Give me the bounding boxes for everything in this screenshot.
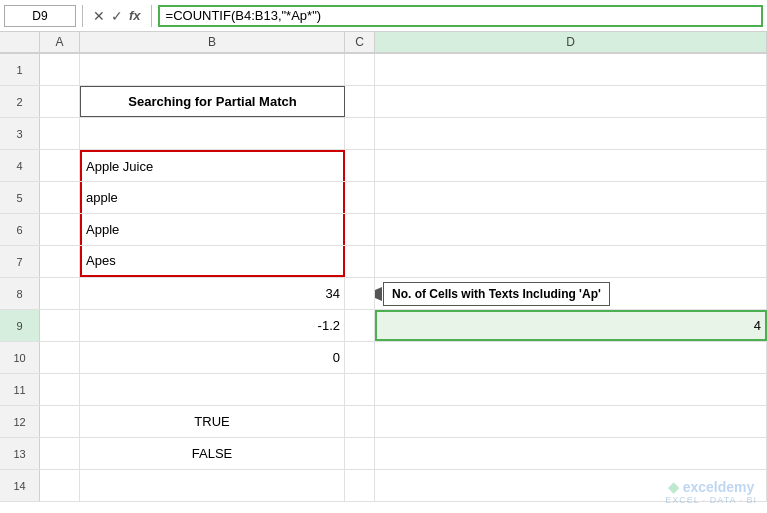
cell-c12[interactable] bbox=[345, 406, 375, 437]
cell-reference-box[interactable]: D9 bbox=[4, 5, 76, 27]
cancel-icon[interactable]: ✕ bbox=[93, 8, 105, 24]
cell-a6[interactable] bbox=[40, 214, 80, 245]
row-num-11: 11 bbox=[0, 374, 40, 405]
cell-c13[interactable] bbox=[345, 438, 375, 469]
table-row: 12 TRUE bbox=[0, 406, 767, 438]
watermark-logo: ◆ exceldemy bbox=[665, 479, 757, 495]
callout-arrow bbox=[375, 287, 382, 301]
cell-d9-selected[interactable]: 4 bbox=[375, 310, 767, 341]
cell-a11[interactable] bbox=[40, 374, 80, 405]
cell-b4[interactable]: Apple Juice bbox=[80, 150, 345, 181]
cell-b10[interactable]: 0 bbox=[80, 342, 345, 373]
cell-a12[interactable] bbox=[40, 406, 80, 437]
cell-b5-value: apple bbox=[86, 190, 118, 205]
cell-d6[interactable] bbox=[375, 214, 767, 245]
confirm-icon[interactable]: ✓ bbox=[111, 8, 123, 24]
cell-d13[interactable] bbox=[375, 438, 767, 469]
title-text: Searching for Partial Match bbox=[128, 94, 296, 109]
fx-icon[interactable]: fx bbox=[129, 8, 141, 23]
table-row: 7 Apes bbox=[0, 246, 767, 278]
cell-b2-title[interactable]: Searching for Partial Match bbox=[80, 86, 345, 117]
col-header-d[interactable]: D bbox=[375, 32, 767, 53]
row-num-7: 7 bbox=[0, 246, 40, 277]
callout-label-box: No. of Cells with Texts Including 'Ap' bbox=[383, 282, 610, 306]
cell-c3[interactable] bbox=[345, 118, 375, 149]
col-header-a[interactable]: A bbox=[40, 32, 80, 53]
cell-d12[interactable] bbox=[375, 406, 767, 437]
cell-d11[interactable] bbox=[375, 374, 767, 405]
cell-b11[interactable] bbox=[80, 374, 345, 405]
watermark-tagline: EXCEL · DATA · BI bbox=[665, 495, 757, 505]
cell-d3[interactable] bbox=[375, 118, 767, 149]
col-header-b[interactable]: B bbox=[80, 32, 345, 53]
cell-c5[interactable] bbox=[345, 182, 375, 213]
cell-c4[interactable] bbox=[345, 150, 375, 181]
cell-b4-value: Apple Juice bbox=[86, 159, 153, 174]
cell-b12[interactable]: TRUE bbox=[80, 406, 345, 437]
row-num-10: 10 bbox=[0, 342, 40, 373]
cell-c14[interactable] bbox=[345, 470, 375, 501]
grid-container: 1 2 Searching for Partial Match 3 bbox=[0, 54, 767, 513]
cell-d4[interactable] bbox=[375, 150, 767, 181]
cell-b6[interactable]: Apple bbox=[80, 214, 345, 245]
table-row: 4 Apple Juice bbox=[0, 150, 767, 182]
cell-c7[interactable] bbox=[345, 246, 375, 277]
table-row: 14 bbox=[0, 470, 767, 502]
watermark-logo-icon: ◆ bbox=[668, 479, 679, 495]
cell-b3[interactable] bbox=[80, 118, 345, 149]
cell-a13[interactable] bbox=[40, 438, 80, 469]
row-num-14: 14 bbox=[0, 470, 40, 501]
corner-header bbox=[0, 32, 40, 53]
cell-a10[interactable] bbox=[40, 342, 80, 373]
watermark: ◆ exceldemy EXCEL · DATA · BI bbox=[665, 479, 757, 505]
cell-a9[interactable] bbox=[40, 310, 80, 341]
cell-a8[interactable] bbox=[40, 278, 80, 309]
cell-c8[interactable] bbox=[345, 278, 375, 309]
cell-c2[interactable] bbox=[345, 86, 375, 117]
cell-b5[interactable]: apple bbox=[80, 182, 345, 213]
row-num-1: 1 bbox=[0, 54, 40, 85]
cell-b14[interactable] bbox=[80, 470, 345, 501]
row-num-13: 13 bbox=[0, 438, 40, 469]
callout-label-text: No. of Cells with Texts Including 'Ap' bbox=[392, 287, 601, 301]
grid-body: 1 2 Searching for Partial Match 3 bbox=[0, 54, 767, 502]
table-row: 1 bbox=[0, 54, 767, 86]
cell-d2[interactable] bbox=[375, 86, 767, 117]
row-num-5: 5 bbox=[0, 182, 40, 213]
cell-d5[interactable] bbox=[375, 182, 767, 213]
column-headers: A B C D bbox=[0, 32, 767, 54]
cell-a2[interactable] bbox=[40, 86, 80, 117]
cell-c6[interactable] bbox=[345, 214, 375, 245]
cell-c11[interactable] bbox=[345, 374, 375, 405]
cell-d7[interactable] bbox=[375, 246, 767, 277]
table-row: 3 bbox=[0, 118, 767, 150]
row-num-2: 2 bbox=[0, 86, 40, 117]
cell-c9[interactable] bbox=[345, 310, 375, 341]
cell-b7[interactable]: Apes bbox=[80, 246, 345, 277]
cell-c1[interactable] bbox=[345, 54, 375, 85]
cell-a3[interactable] bbox=[40, 118, 80, 149]
cell-b10-value: 0 bbox=[333, 350, 340, 365]
row-num-4: 4 bbox=[0, 150, 40, 181]
cell-b9[interactable]: -1.2 bbox=[80, 310, 345, 341]
table-row: 2 Searching for Partial Match bbox=[0, 86, 767, 118]
cell-b8[interactable]: 34 bbox=[80, 278, 345, 309]
cell-d1[interactable] bbox=[375, 54, 767, 85]
cell-a4[interactable] bbox=[40, 150, 80, 181]
cell-b13[interactable]: FALSE bbox=[80, 438, 345, 469]
cell-c10[interactable] bbox=[345, 342, 375, 373]
formula-input[interactable] bbox=[158, 5, 763, 27]
cell-d10[interactable] bbox=[375, 342, 767, 373]
cell-b12-value: TRUE bbox=[194, 414, 229, 429]
cell-a1[interactable] bbox=[40, 54, 80, 85]
col-header-c[interactable]: C bbox=[345, 32, 375, 53]
cell-a5[interactable] bbox=[40, 182, 80, 213]
table-row: 13 FALSE bbox=[0, 438, 767, 470]
cell-d8[interactable]: No. of Cells with Texts Including 'Ap' bbox=[375, 278, 767, 309]
row-num-12: 12 bbox=[0, 406, 40, 437]
cell-a7[interactable] bbox=[40, 246, 80, 277]
cell-a14[interactable] bbox=[40, 470, 80, 501]
cell-b1[interactable] bbox=[80, 54, 345, 85]
cell-b7-value: Apes bbox=[86, 253, 116, 268]
table-row: 10 0 bbox=[0, 342, 767, 374]
